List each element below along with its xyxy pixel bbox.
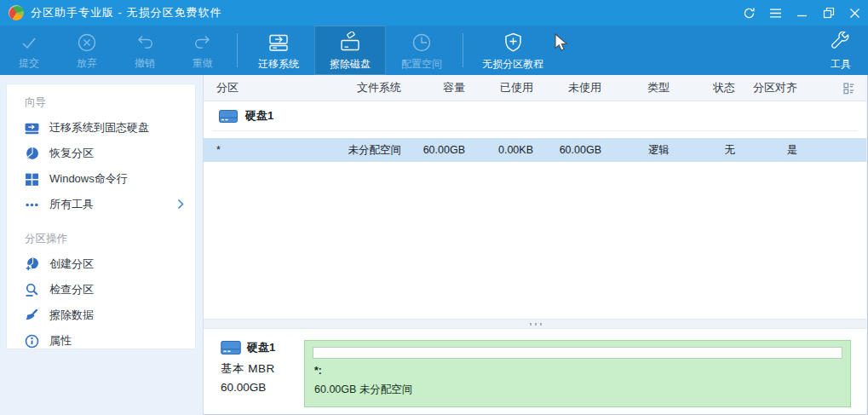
header-type[interactable]: 类型 — [608, 80, 676, 95]
disk-group-row[interactable]: 硬盘1 — [212, 101, 858, 131]
cell-alignment: 是 — [742, 143, 804, 158]
horizontal-splitter[interactable] — [204, 319, 866, 329]
erase-disk-button[interactable]: 擦除磁盘 — [314, 26, 386, 75]
sidebar-item-windows-cli[interactable]: Windows命令行 — [7, 166, 195, 192]
tools-button[interactable]: 工具 — [815, 26, 866, 75]
disk-group-name: 硬盘1 — [245, 108, 273, 124]
check-icon — [18, 32, 40, 54]
header-file-system[interactable]: 文件系统 — [331, 80, 408, 95]
chevron-right-icon — [177, 199, 184, 210]
main-pane: 分区 文件系统 容量 已使用 未使用 类型 状态 分区对齐 硬盘1 * — [203, 75, 866, 414]
disk-arrow-icon — [266, 32, 291, 55]
commit-label: 提交 — [19, 56, 39, 71]
view-toggle-icon[interactable] — [842, 81, 856, 95]
sidebar-item-check-partition[interactable]: 检查分区 — [7, 277, 195, 303]
header-capacity[interactable]: 容量 — [408, 80, 472, 95]
restore-button[interactable] — [815, 0, 842, 26]
sidebar-card: 向导 迁移系统到固态硬盘 恢复分区 Wind — [6, 84, 196, 349]
sidebar-section-wizards: 向导 — [7, 88, 195, 115]
sidebar-item-migrate-to-ssd[interactable]: 迁移系统到固态硬盘 — [7, 115, 195, 141]
clock-icon — [411, 32, 433, 55]
sidebar: 向导 迁移系统到固态硬盘 恢复分区 Wind — [0, 75, 203, 415]
discard-button[interactable]: 放弃 — [58, 26, 116, 75]
sidebar-item-label: 擦除数据 — [49, 308, 94, 323]
cell-type: 逻辑 — [608, 143, 676, 158]
disk-eraser-icon — [337, 32, 363, 55]
redo-icon — [192, 32, 214, 54]
disk-info: 硬盘1 基本 MBR 60.00GB — [221, 340, 304, 407]
splitter-handle-dots — [528, 323, 542, 326]
disk-name: 硬盘1 — [247, 340, 275, 355]
brush-icon — [25, 308, 39, 323]
cell-used: 0.00KB — [472, 144, 540, 156]
allocate-space-label: 配置空间 — [401, 57, 442, 72]
window-title: 分区助手专业版 - 无损分区免费软件 — [31, 5, 222, 20]
toolbar: 提交 放弃 撤销 重做 迁移系统 — [0, 26, 868, 75]
disk-overview-panel: 硬盘1 基本 MBR 60.00GB *: 60.00GB 未分配空间 — [204, 329, 866, 414]
window-controls — [736, 0, 868, 26]
header-used[interactable]: 已使用 — [472, 80, 540, 95]
minimize-button[interactable] — [789, 0, 815, 26]
sidebar-section-partition-ops: 分区操作 — [7, 217, 195, 251]
discard-label: 放弃 — [77, 56, 97, 71]
cell-unused: 60.00GB — [540, 144, 608, 156]
restore-icon — [823, 7, 835, 19]
info-icon — [25, 334, 39, 349]
capacity-usage-bar — [313, 347, 842, 359]
tutorial-button[interactable]: 无损分区教程 — [468, 26, 557, 75]
sidebar-item-label: 恢复分区 — [49, 146, 94, 161]
ellipsis-icon — [25, 198, 39, 212]
hamburger-menu-icon — [769, 8, 782, 19]
commit-button[interactable]: 提交 — [0, 26, 58, 75]
migrate-system-button[interactable]: 迁移系统 — [243, 26, 314, 75]
undo-icon — [134, 32, 156, 54]
windows-logo-icon — [25, 172, 39, 187]
disk-type: 基本 MBR — [221, 361, 304, 377]
sidebar-item-all-tools[interactable]: 所有工具 — [7, 192, 195, 217]
wrench-icon — [830, 32, 853, 55]
header-alignment[interactable]: 分区对齐 — [742, 80, 804, 95]
sidebar-item-label: 创建分区 — [49, 256, 94, 272]
toolbar-divider — [237, 33, 238, 67]
table-header: 分区 文件系统 容量 已使用 未使用 类型 状态 分区对齐 — [204, 75, 866, 101]
unallocated-space-block[interactable]: *: 60.00GB 未分配空间 — [304, 340, 851, 407]
header-unused[interactable]: 未使用 — [540, 80, 608, 95]
migrate-system-label: 迁移系统 — [258, 57, 299, 72]
header-partition[interactable]: 分区 — [204, 80, 331, 95]
undo-label: 撤销 — [135, 56, 155, 71]
undo-button[interactable]: 撤销 — [116, 26, 174, 75]
sidebar-item-properties[interactable]: 属性 — [7, 328, 195, 354]
magnifier-icon — [25, 283, 39, 297]
table-body: 硬盘1 * 未分配空间 60.00GB 0.00KB 60.00GB 逻辑 无 … — [204, 101, 866, 319]
close-button[interactable] — [842, 0, 868, 26]
menu-button[interactable] — [762, 0, 789, 26]
sidebar-item-label: 所有工具 — [49, 197, 94, 212]
cell-capacity: 60.00GB — [408, 144, 472, 156]
disk-arrow-icon — [25, 121, 39, 135]
disk-size: 60.00GB — [221, 381, 304, 394]
close-icon — [849, 8, 860, 19]
pie-chart-icon — [25, 147, 39, 161]
header-status[interactable]: 状态 — [676, 80, 742, 95]
refresh-icon — [743, 7, 756, 20]
sidebar-item-label: 迁移系统到固态硬盘 — [49, 120, 149, 135]
pie-plus-icon — [25, 257, 39, 272]
app-logo-icon — [9, 5, 24, 20]
sidebar-item-create-partition[interactable]: 创建分区 — [7, 251, 195, 277]
cell-status: 无 — [676, 143, 742, 158]
refresh-button[interactable] — [736, 0, 762, 26]
redo-button[interactable]: 重做 — [174, 26, 232, 75]
disk-info-head: 硬盘1 — [221, 340, 304, 355]
sidebar-item-recover-partition[interactable]: 恢复分区 — [7, 141, 195, 166]
hard-disk-icon — [221, 341, 241, 354]
toolbar-divider — [463, 33, 463, 67]
partition-block-label: *: — [314, 365, 850, 377]
tutorial-label: 无损分区教程 — [482, 57, 543, 72]
table-row[interactable]: * 未分配空间 60.00GB 0.00KB 60.00GB 逻辑 无 是 — [204, 138, 866, 162]
titlebar: 分区助手专业版 - 无损分区免费软件 — [0, 0, 868, 26]
hard-disk-icon — [219, 110, 238, 123]
tools-label: 工具 — [831, 57, 851, 72]
partition-block-size-label: 60.00GB 未分配空间 — [314, 383, 850, 397]
allocate-space-button[interactable]: 配置空间 — [386, 26, 457, 75]
sidebar-item-wipe-data[interactable]: 擦除数据 — [7, 303, 195, 328]
